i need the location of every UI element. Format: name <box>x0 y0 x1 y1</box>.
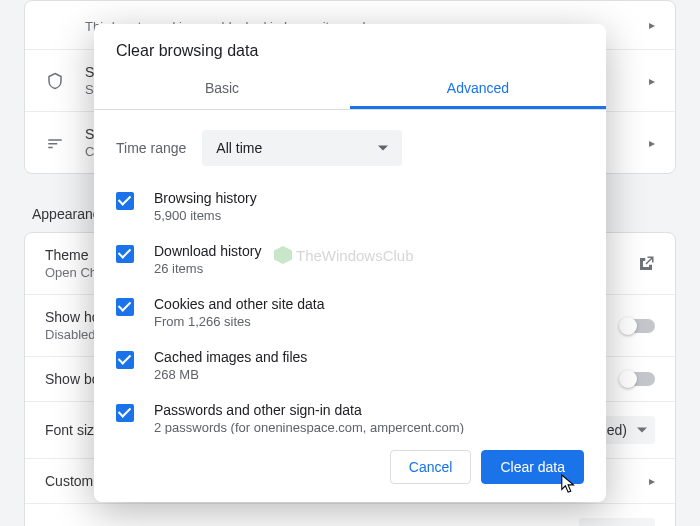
item-title: Cached images and files <box>154 349 307 365</box>
clear-browsing-data-dialog: Clear browsing data Basic Advanced Time … <box>94 24 606 502</box>
item-sub: 268 MB <box>154 367 307 382</box>
tab-advanced[interactable]: Advanced <box>350 70 606 109</box>
time-range-row: Time range All time <box>94 120 606 182</box>
checkbox[interactable] <box>116 351 134 369</box>
checkbox[interactable] <box>116 298 134 316</box>
tab-basic[interactable]: Basic <box>94 70 350 109</box>
dropdown-triangle-icon <box>378 146 388 151</box>
clear-data-button[interactable]: Clear data <box>481 450 584 484</box>
cancel-button[interactable]: Cancel <box>390 450 472 484</box>
item-sub: 5,900 items <box>154 208 257 223</box>
dialog-footer: Cancel Clear data <box>94 434 606 502</box>
item-title: Cookies and other site data <box>154 296 324 312</box>
item-sub: From 1,266 sites <box>154 314 324 329</box>
item-title: Passwords and other sign-in data <box>154 402 464 418</box>
item-cookies[interactable]: Cookies and other site dataFrom 1,266 si… <box>94 288 606 341</box>
item-sub: 2 passwords (for oneninespace.com, amper… <box>154 420 464 434</box>
item-download-history[interactable]: Download history26 items <box>94 235 606 288</box>
dialog-title: Clear browsing data <box>94 24 606 70</box>
checkbox[interactable] <box>116 192 134 210</box>
item-title: Browsing history <box>154 190 257 206</box>
time-range-select[interactable]: All time <box>202 130 402 166</box>
dialog-scroll-area[interactable]: Time range All time Browsing history5,90… <box>94 110 606 434</box>
time-range-label: Time range <box>116 140 186 156</box>
item-browsing-history[interactable]: Browsing history5,900 items <box>94 182 606 235</box>
checkbox[interactable] <box>116 404 134 422</box>
item-cached[interactable]: Cached images and files268 MB <box>94 341 606 394</box>
dialog-tabs: Basic Advanced <box>94 70 606 110</box>
item-title: Download history <box>154 243 261 259</box>
checkbox[interactable] <box>116 245 134 263</box>
item-sub: 26 items <box>154 261 261 276</box>
item-passwords[interactable]: Passwords and other sign-in data2 passwo… <box>94 394 606 434</box>
